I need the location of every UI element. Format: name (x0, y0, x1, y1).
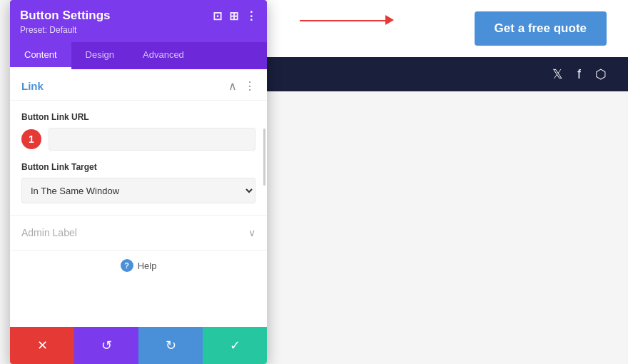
grid-icon[interactable]: ⊞ (229, 9, 238, 23)
panel-body: Link ∧ ⋮ Button Link URL 1 Button Link T… (10, 69, 267, 327)
page-navbar: 𝕏 f ⬡ (264, 57, 628, 91)
more-icon[interactable]: ⋮ (245, 9, 257, 23)
scroll-indicator (263, 128, 265, 186)
help-icon[interactable]: ? (121, 259, 133, 272)
redo-button[interactable]: ↻ (138, 327, 203, 364)
panel-title-icons: ⊡ ⊞ ⋮ (213, 9, 257, 23)
tab-content[interactable]: Content (10, 42, 71, 69)
section-controls: ∧ ⋮ (228, 79, 255, 93)
panel-title-row: Button Settings ⊡ ⊞ ⋮ (20, 9, 257, 23)
admin-label-text: Admin Label (21, 227, 77, 238)
url-field-row: 1 (21, 128, 255, 151)
link-section-title: Link (21, 80, 44, 92)
arrow-head (385, 15, 394, 25)
get-quote-button[interactable]: Get a free quote (475, 11, 607, 46)
badge-1: 1 (21, 129, 41, 149)
twitter-icon[interactable]: 𝕏 (552, 66, 563, 82)
collapse-icon[interactable]: ∧ (228, 79, 237, 93)
panel-toolbar: ✕ ↺ ↻ ✓ (10, 327, 267, 364)
tab-design[interactable]: Design (71, 42, 128, 69)
expand-icon[interactable]: ⊡ (213, 9, 222, 23)
url-field-label: Button Link URL (21, 112, 255, 122)
section-more-icon[interactable]: ⋮ (244, 79, 255, 93)
arrow-annotation (300, 20, 385, 21)
cancel-button[interactable]: ✕ (10, 327, 74, 364)
admin-label-section[interactable]: Admin Label ∨ (10, 215, 267, 250)
panel-title-text: Button Settings (20, 9, 111, 23)
instagram-icon[interactable]: ⬡ (595, 66, 607, 82)
panel-tabs: Content Design Advanced (10, 42, 267, 69)
facebook-icon[interactable]: f (577, 67, 581, 82)
target-select[interactable]: In The Same Window In The New Tab (21, 178, 255, 203)
save-button[interactable]: ✓ (203, 327, 267, 364)
help-text[interactable]: Help (138, 261, 157, 271)
link-section-header: Link ∧ ⋮ (10, 69, 267, 101)
url-input[interactable] (49, 128, 255, 151)
badge-number: 1 (29, 133, 34, 145)
panel-header: Button Settings ⊡ ⊞ ⋮ Preset: Default (10, 0, 267, 42)
tab-advanced[interactable]: Advanced (128, 42, 198, 69)
page-topbar: Get a free quote (264, 0, 628, 57)
link-section-content: Button Link URL 1 Button Link Target In … (10, 101, 267, 215)
target-field-label: Button Link Target (21, 162, 255, 172)
arrow-line (300, 20, 385, 21)
admin-label-chevron-icon: ∨ (248, 227, 255, 238)
help-section: ? Help (10, 250, 267, 280)
button-settings-panel: Button Settings ⊡ ⊞ ⋮ Preset: Default Co… (10, 0, 267, 364)
undo-button[interactable]: ↺ (74, 327, 138, 364)
panel-preset: Preset: Default (20, 25, 257, 35)
